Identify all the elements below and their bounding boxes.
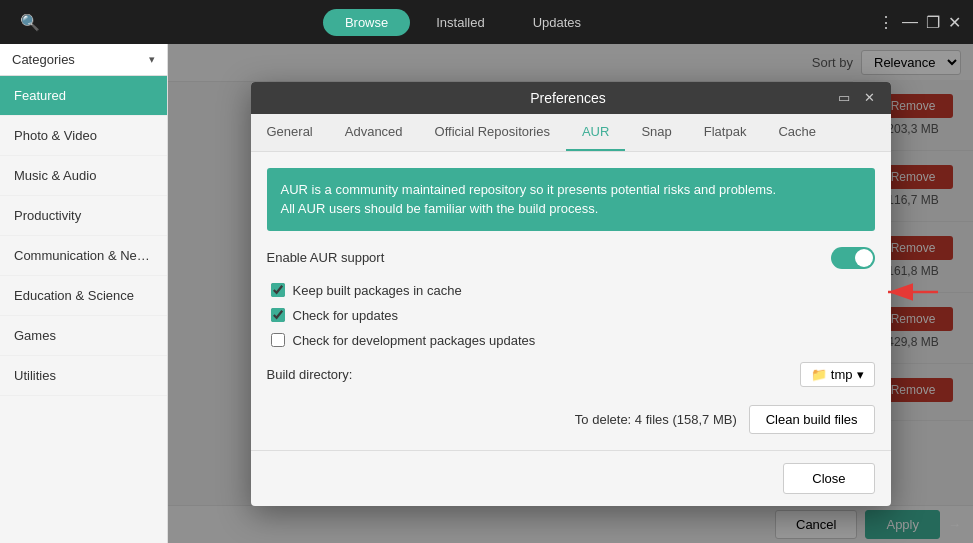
keep-packages-label: Keep built packages in cache	[293, 283, 462, 298]
build-dir-select[interactable]: 📁 tmp ▾	[800, 362, 875, 387]
chevron-down-icon: ▾	[149, 53, 155, 66]
delete-info: To delete: 4 files (158,7 MB)	[575, 412, 737, 427]
main-layout: Categories ▾ Featured Photo & Video Musi…	[0, 44, 973, 543]
topbar-right: ⋮ — ❐ ✕	[878, 13, 961, 32]
minimize-button[interactable]: —	[902, 13, 918, 31]
build-dir-row: Build directory: 📁 tmp ▾	[267, 362, 875, 387]
modal-minimize-button[interactable]: ▭	[834, 90, 854, 105]
check-dev-packages-checkbox[interactable]	[271, 333, 285, 347]
installed-tab[interactable]: Installed	[414, 9, 506, 36]
modal-titlebar: Preferences ▭ ✕	[251, 82, 891, 114]
restore-button[interactable]: ❐	[926, 13, 940, 32]
keep-packages-checkbox[interactable]	[271, 283, 285, 297]
search-icon: 🔍	[20, 14, 40, 31]
sidebar-item-productivity[interactable]: Productivity	[0, 196, 167, 236]
more-menu-button[interactable]: ⋮	[878, 13, 894, 32]
modal-content: AUR is a community maintained repository…	[251, 152, 891, 450]
enable-aur-toggle[interactable]	[831, 247, 875, 269]
sidebar-item-communication[interactable]: Communication & Ne…	[0, 236, 167, 276]
check-dev-packages-row: Check for development packages updates	[267, 333, 875, 348]
check-updates-label: Check for updates	[293, 308, 399, 323]
nav-tabs: Browse Installed Updates	[323, 9, 603, 36]
modal-footer: Close	[251, 450, 891, 506]
tab-cache[interactable]: Cache	[762, 114, 832, 151]
sidebar-item-education-science[interactable]: Education & Science	[0, 276, 167, 316]
modal-overlay: Preferences ▭ ✕ General Advanced Officia…	[168, 44, 973, 543]
enable-aur-label: Enable AUR support	[267, 250, 385, 265]
topbar-left: 🔍	[12, 9, 48, 36]
check-updates-row: Check for updates	[267, 308, 875, 323]
search-button[interactable]: 🔍	[12, 9, 48, 36]
categories-label: Categories	[12, 52, 75, 67]
enable-aur-row: Enable AUR support	[267, 247, 875, 269]
sidebar-item-utilities[interactable]: Utilities	[0, 356, 167, 396]
tab-advanced[interactable]: Advanced	[329, 114, 419, 151]
sidebar-item-photo-video[interactable]: Photo & Video	[0, 116, 167, 156]
folder-icon: 📁	[811, 367, 827, 382]
keep-packages-row: Keep built packages in cache	[267, 283, 875, 298]
sidebar-item-games[interactable]: Games	[0, 316, 167, 356]
modal-controls: ▭ ✕	[834, 90, 879, 105]
build-dir-label: Build directory:	[267, 367, 353, 382]
tab-official-repositories[interactable]: Official Repositories	[419, 114, 566, 151]
close-button[interactable]: ✕	[948, 13, 961, 32]
updates-tab[interactable]: Updates	[511, 9, 603, 36]
tab-general[interactable]: General	[251, 114, 329, 151]
tab-flatpak[interactable]: Flatpak	[688, 114, 763, 151]
sidebar-item-featured[interactable]: Featured	[0, 76, 167, 116]
check-updates-checkbox[interactable]	[271, 308, 285, 322]
aur-notice-banner: AUR is a community maintained repository…	[267, 168, 875, 231]
toggle-slider	[831, 247, 875, 269]
tab-aur[interactable]: AUR	[566, 114, 625, 151]
modal-close-button[interactable]: ✕	[860, 90, 879, 105]
check-dev-packages-label: Check for development packages updates	[293, 333, 536, 348]
tab-snap[interactable]: Snap	[625, 114, 687, 151]
chevron-down-icon: ▾	[857, 367, 864, 382]
topbar: 🔍 Browse Installed Updates ⋮ — ❐ ✕	[0, 0, 973, 44]
modal-close-dialog-button[interactable]: Close	[783, 463, 874, 494]
preferences-modal: Preferences ▭ ✕ General Advanced Officia…	[251, 82, 891, 506]
modal-tabs: General Advanced Official Repositories A…	[251, 114, 891, 152]
delete-row: To delete: 4 files (158,7 MB) Clean buil…	[267, 405, 875, 434]
browse-tab[interactable]: Browse	[323, 9, 410, 36]
modal-title: Preferences	[303, 90, 834, 106]
build-dir-value: tmp	[831, 367, 853, 382]
sidebar-item-music-audio[interactable]: Music & Audio	[0, 156, 167, 196]
clean-build-files-button[interactable]: Clean build files	[749, 405, 875, 434]
sidebar: Categories ▾ Featured Photo & Video Musi…	[0, 44, 168, 543]
categories-header[interactable]: Categories ▾	[0, 44, 167, 76]
content-area: Sort by Relevance Remove 203,3 MB Remove…	[168, 44, 973, 543]
